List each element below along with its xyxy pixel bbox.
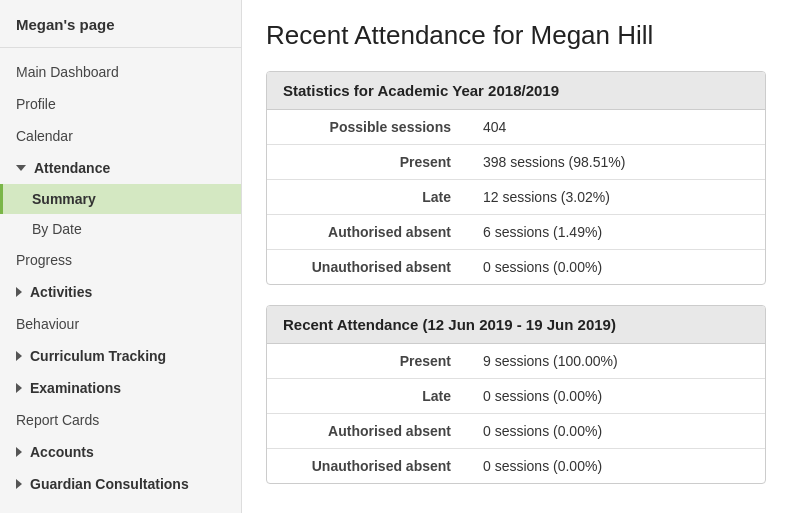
sidebar-section-label: Accounts [30, 444, 94, 460]
chevron-right-icon [16, 287, 22, 297]
row-value: 6 sessions (1.49%) [467, 215, 765, 250]
sidebar-section-label: Examinations [30, 380, 121, 396]
sidebar-item-label: Main Dashboard [16, 64, 119, 80]
sidebar-item-label: Profile [16, 96, 56, 112]
chevron-right-icon [16, 447, 22, 457]
table-row: Present 398 sessions (98.51%) [267, 145, 765, 180]
sidebar-item-behaviour[interactable]: Behaviour [0, 308, 241, 340]
main-content: Recent Attendance for Megan Hill Statist… [242, 0, 790, 513]
chevron-right-icon [16, 479, 22, 489]
sidebar-section-label: Guardian Consultations [30, 476, 189, 492]
sidebar-item-progress[interactable]: Progress [0, 244, 241, 276]
sidebar-section-guardian-consultations[interactable]: Guardian Consultations [0, 468, 241, 500]
row-label: Present [267, 145, 467, 180]
sidebar-sub-item-by-date[interactable]: By Date [0, 214, 241, 244]
sidebar-sub-item-label: Summary [32, 191, 96, 207]
row-value: 404 [467, 110, 765, 145]
row-label: Present [267, 344, 467, 379]
sidebar-section-curriculum-tracking[interactable]: Curriculum Tracking [0, 340, 241, 372]
recent-attendance-card-header: Recent Attendance (12 Jun 2019 - 19 Jun … [267, 306, 765, 344]
row-value: 398 sessions (98.51%) [467, 145, 765, 180]
sidebar-item-label: Progress [16, 252, 72, 268]
sidebar-section-label: Curriculum Tracking [30, 348, 166, 364]
row-value: 0 sessions (0.00%) [467, 379, 765, 414]
page-title: Recent Attendance for Megan Hill [266, 20, 766, 51]
table-row: Possible sessions 404 [267, 110, 765, 145]
row-value: 0 sessions (0.00%) [467, 449, 765, 484]
row-label: Possible sessions [267, 110, 467, 145]
chevron-down-icon [16, 165, 26, 171]
sidebar-section-attendance[interactable]: Attendance [0, 152, 241, 184]
row-label: Late [267, 180, 467, 215]
table-row: Late 12 sessions (3.02%) [267, 180, 765, 215]
row-label: Authorised absent [267, 414, 467, 449]
sidebar: Megan's page Main Dashboard Profile Cale… [0, 0, 242, 513]
table-row: Late 0 sessions (0.00%) [267, 379, 765, 414]
row-label: Late [267, 379, 467, 414]
table-row: Authorised absent 6 sessions (1.49%) [267, 215, 765, 250]
sidebar-item-profile[interactable]: Profile [0, 88, 241, 120]
sidebar-item-label: Calendar [16, 128, 73, 144]
sidebar-item-label: Behaviour [16, 316, 79, 332]
sidebar-section-label: Attendance [34, 160, 110, 176]
sidebar-item-main-dashboard[interactable]: Main Dashboard [0, 56, 241, 88]
academic-year-table: Possible sessions 404 Present 398 sessio… [267, 110, 765, 284]
sidebar-section-accounts[interactable]: Accounts [0, 436, 241, 468]
sidebar-item-label: Report Cards [16, 412, 99, 428]
row-value: 0 sessions (0.00%) [467, 414, 765, 449]
row-label: Unauthorised absent [267, 449, 467, 484]
row-value: 0 sessions (0.00%) [467, 250, 765, 285]
sidebar-item-report-cards[interactable]: Report Cards [0, 404, 241, 436]
academic-year-card-header: Statistics for Academic Year 2018/2019 [267, 72, 765, 110]
table-row: Authorised absent 0 sessions (0.00%) [267, 414, 765, 449]
recent-attendance-card: Recent Attendance (12 Jun 2019 - 19 Jun … [266, 305, 766, 484]
row-value: 9 sessions (100.00%) [467, 344, 765, 379]
sidebar-sub-item-summary[interactable]: Summary [0, 184, 241, 214]
sidebar-item-calendar[interactable]: Calendar [0, 120, 241, 152]
sidebar-section-activities[interactable]: Activities [0, 276, 241, 308]
table-row: Present 9 sessions (100.00%) [267, 344, 765, 379]
row-label: Authorised absent [267, 215, 467, 250]
chevron-right-icon [16, 351, 22, 361]
row-value: 12 sessions (3.02%) [467, 180, 765, 215]
sidebar-header: Megan's page [0, 0, 241, 48]
sidebar-section-label: Activities [30, 284, 92, 300]
row-label: Unauthorised absent [267, 250, 467, 285]
table-row: Unauthorised absent 0 sessions (0.00%) [267, 449, 765, 484]
sidebar-section-examinations[interactable]: Examinations [0, 372, 241, 404]
recent-attendance-table: Present 9 sessions (100.00%) Late 0 sess… [267, 344, 765, 483]
academic-year-card: Statistics for Academic Year 2018/2019 P… [266, 71, 766, 285]
table-row: Unauthorised absent 0 sessions (0.00%) [267, 250, 765, 285]
sidebar-nav: Main Dashboard Profile Calendar Attendan… [0, 48, 241, 508]
chevron-right-icon [16, 383, 22, 393]
sidebar-sub-item-label: By Date [32, 221, 82, 237]
